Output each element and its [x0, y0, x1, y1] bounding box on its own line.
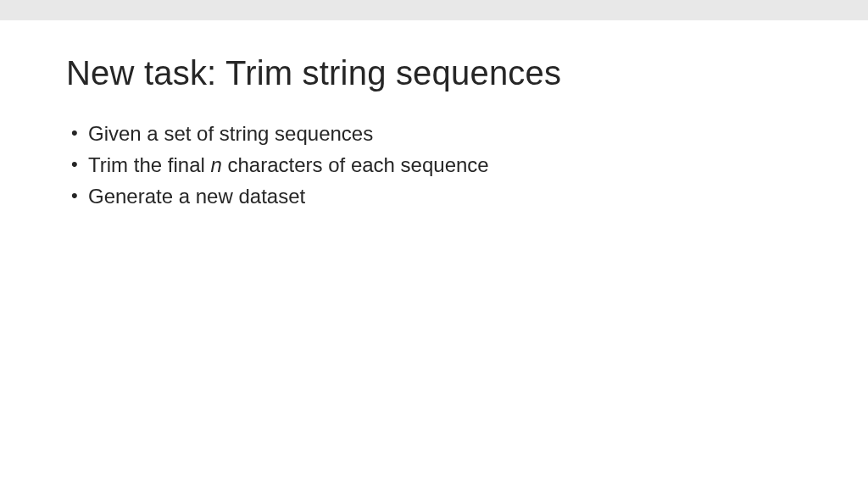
- list-item: Generate a new dataset: [70, 182, 802, 212]
- slide-content: New task: Trim string sequences Given a …: [0, 20, 868, 211]
- bullet-list: Given a set of string sequences Trim the…: [66, 119, 802, 211]
- bullet-text: Generate a new dataset: [88, 185, 305, 208]
- list-item: Trim the final n characters of each sequ…: [70, 151, 802, 180]
- top-bar: [0, 0, 868, 20]
- slide-title: New task: Trim string sequences: [66, 54, 802, 92]
- bullet-text-after: characters of each sequence: [222, 153, 489, 176]
- bullet-text: Trim the final: [88, 153, 210, 176]
- bullet-var: n: [210, 153, 221, 176]
- list-item: Given a set of string sequences: [70, 119, 802, 149]
- bullet-text: Given a set of string sequences: [88, 122, 373, 145]
